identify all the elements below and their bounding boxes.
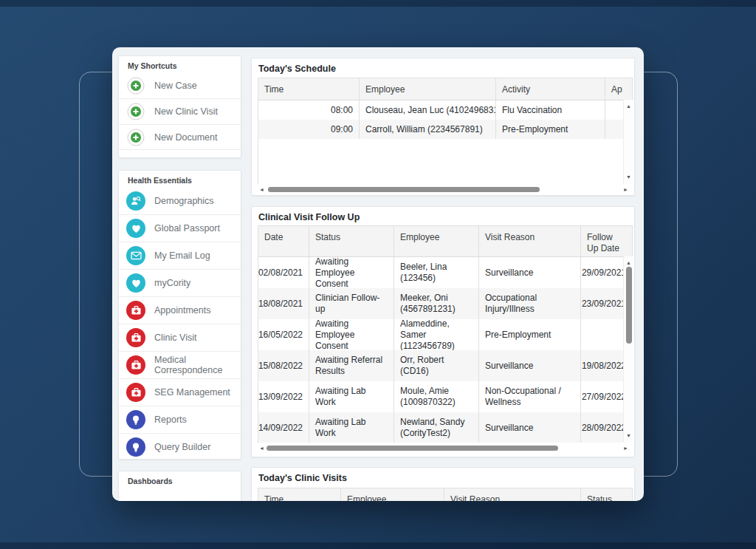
todays-schedule-grid: Time Employee Activity Ap 08:00 Clouseau… — [258, 78, 633, 184]
cell-status: Awaiting Lab Work — [309, 412, 394, 443]
scroll-right-icon[interactable]: ► — [623, 187, 628, 192]
cell-visit-reason: Surveillance — [479, 257, 581, 288]
sidebar-item-global-passport[interactable]: Global Passport — [119, 214, 241, 242]
sidebar-item-appointments[interactable]: Appointments — [119, 296, 241, 324]
cell-employee: Moule, Amie (1009870322) — [394, 381, 479, 412]
cell-employee: Beeler, Lina (123456) — [394, 257, 479, 288]
table-row[interactable]: 18/08/2021 Clinician Follow-up Meeker, O… — [258, 288, 632, 319]
section-label-my-shortcuts: My Shortcuts — [119, 56, 241, 72]
column-header-employee: Employee — [360, 78, 496, 100]
sidebar-item-label: Appointments — [154, 305, 210, 316]
scroll-left-icon[interactable]: ◄ — [259, 446, 264, 451]
sidebar-item-label: New Document — [154, 132, 217, 143]
grid-header-row: Time Employee Activity Ap — [258, 78, 632, 100]
clinical-visit-follow-up-grid: Date Status Employee Visit Reason Follow… — [258, 225, 633, 443]
cell-visit-reason: Surveillance — [479, 350, 581, 381]
my-shortcuts-panel: My Shortcuts New Case New Clinic Visit N… — [118, 55, 241, 158]
horizontal-scrollbar[interactable]: ◄ ► — [258, 443, 619, 454]
table-row[interactable]: 15/08/2022 Awaiting Referral Results Orr… — [258, 350, 632, 381]
sidebar-item-label: SEG Management — [154, 387, 230, 398]
table-row[interactable]: 16/05/2022 Awaiting Employee Consent Ala… — [258, 319, 632, 350]
todays-schedule-widget: Today's Schedule Time Employee Activity … — [251, 58, 635, 196]
plus-circle-icon — [126, 102, 145, 121]
cell-visit-reason: Non-Occupational / Wellness — [479, 381, 581, 412]
cell-employee: Meeker, Oni (4567891231) — [394, 288, 479, 319]
column-header-status: Status — [309, 226, 394, 256]
cell-visit-reason: Occupational Injury/Illness — [479, 288, 581, 319]
todays-clinic-visits-widget: Today's Clinic Visits Time Employee Visi… — [251, 467, 635, 501]
cell-time: 09:00 — [258, 120, 360, 139]
sidebar-item-query-builder[interactable]: Query Builder — [119, 433, 241, 460]
cell-status: Awaiting Employee Consent — [309, 319, 394, 350]
widget-title: Clinical Visit Follow Up — [252, 207, 634, 225]
sidebar-item-new-clinic-visit[interactable]: New Clinic Visit — [119, 98, 241, 124]
cell-date: 16/05/2022 — [258, 319, 309, 350]
section-label-dashboards: Dashboards — [119, 471, 241, 488]
column-header-time: Time — [258, 488, 341, 501]
medical-bag-icon — [126, 301, 145, 320]
table-row[interactable]: 13/09/2022 Awaiting Lab Work Moule, Amie… — [258, 381, 632, 412]
lightbulb-icon — [126, 437, 145, 457]
column-header-activity: Activity — [496, 78, 605, 100]
cell-date: 02/08/2021 — [258, 257, 309, 288]
scroll-right-icon[interactable]: ► — [623, 446, 628, 451]
medical-bag-icon — [126, 328, 145, 347]
scroll-down-icon[interactable]: ▼ — [624, 432, 633, 440]
sidebar-item-reports[interactable]: Reports — [119, 406, 241, 433]
sidebar-item-my-email-log[interactable]: My Email Log — [119, 242, 241, 269]
scroll-down-icon[interactable]: ▼ — [624, 174, 633, 181]
sidebar-item-health-essentials-dashboard[interactable]: Health Essentials — [119, 494, 241, 501]
cell-date: 15/08/2022 — [258, 350, 309, 381]
cell-activity: Pre-Employment — [496, 120, 605, 139]
horizontal-scrollbar[interactable]: ◄ ► — [258, 185, 619, 195]
column-header-ap: Ap — [605, 78, 632, 100]
scrollbar-thumb[interactable] — [268, 187, 540, 192]
cell-employee: Carroll, William (2234567891) — [360, 120, 496, 139]
dashboard-card: My Shortcuts New Case New Clinic Visit N… — [112, 47, 644, 501]
plus-circle-icon — [126, 128, 145, 147]
page-background: My Shortcuts New Case New Clinic Visit N… — [0, 0, 756, 549]
column-header-visit-reason: Visit Reason — [444, 488, 581, 501]
sidebar-item-label: Demographics — [154, 196, 214, 206]
sidebar-item-label: My Email Log — [154, 250, 210, 261]
cell-status: Awaiting Lab Work — [309, 381, 394, 412]
scroll-up-icon[interactable]: ▲ — [624, 103, 633, 110]
sidebar-item-label: Reports — [154, 415, 187, 425]
vertical-scrollbar[interactable]: ▲ ▼ — [623, 256, 633, 443]
vertical-scrollbar[interactable]: ▲ ▼ — [623, 100, 633, 184]
table-row[interactable]: 08:00 Clouseau, Jean Luc (4102496831) Fl… — [258, 100, 632, 120]
sidebar-item-label: Query Builder — [154, 442, 210, 452]
cell-activity: Flu Vaccination — [496, 100, 605, 120]
medical-bag-icon — [126, 355, 145, 375]
scroll-up-icon[interactable]: ▲ — [624, 259, 633, 267]
cell-employee: Clouseau, Jean Luc (4102496831) — [360, 100, 496, 120]
scrollbar-thumb[interactable] — [267, 446, 558, 451]
sidebar-item-seg-management[interactable]: SEG Management — [119, 378, 241, 406]
sidebar-item-label: myCority — [154, 278, 190, 288]
sidebar-item-clinic-visit[interactable]: Clinic Visit — [119, 324, 241, 351]
scroll-left-icon[interactable]: ◄ — [259, 187, 264, 192]
cell-date: 18/08/2021 — [258, 288, 309, 319]
table-row[interactable]: 09:00 Carroll, William (2234567891) Pre-… — [258, 120, 632, 139]
lightbulb-icon — [126, 410, 145, 429]
sidebar-item-label: Medical Correspondence — [154, 355, 241, 375]
column-header-status: Status — [581, 488, 632, 501]
sidebar-item-medical-correspondence[interactable]: Medical Correspondence — [119, 351, 241, 378]
heart-icon — [126, 273, 145, 293]
table-row[interactable]: 02/08/2021 Awaiting Employee Consent Bee… — [258, 257, 632, 288]
column-header-employee: Employee — [394, 226, 479, 256]
sidebar-item-mycority[interactable]: myCority — [119, 269, 241, 296]
sidebar-item-new-document[interactable]: New Document — [119, 124, 241, 150]
cell-status: Clinician Follow-up — [309, 288, 394, 319]
sidebar-item-demographics[interactable]: Demographics — [119, 187, 241, 214]
envelope-icon — [126, 246, 145, 265]
column-header-date: Date — [258, 226, 309, 256]
cell-visit-reason: Surveillance — [479, 412, 581, 443]
bottom-edge-shade — [0, 542, 756, 549]
cell-employee: Orr, Robert (CD16) — [394, 350, 479, 381]
cell-time: 08:00 — [258, 100, 360, 120]
scrollbar-thumb[interactable] — [626, 267, 632, 344]
dashboards-panel: Dashboards Health Essentials — [118, 471, 241, 501]
sidebar-item-new-case[interactable]: New Case — [119, 72, 241, 98]
table-row[interactable]: 14/09/2022 Awaiting Lab Work Newland, Sa… — [258, 412, 632, 443]
